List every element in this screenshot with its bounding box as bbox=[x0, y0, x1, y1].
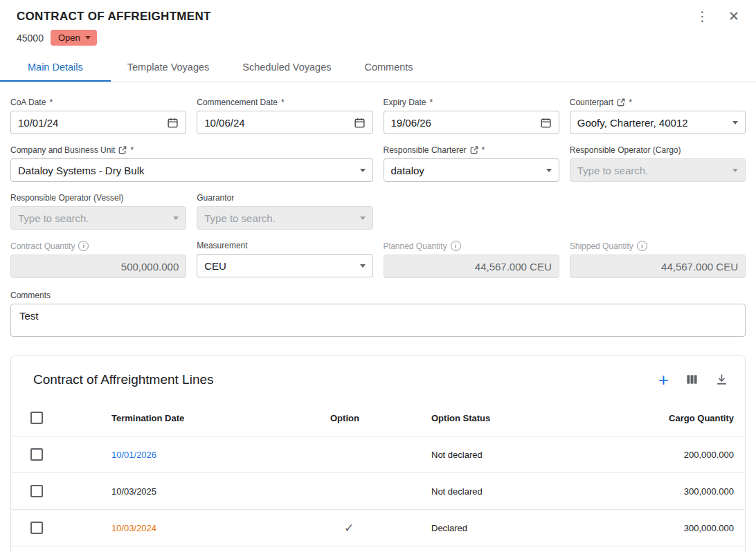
company-business-unit-field: Company and Business Unit * Dataloy Syst… bbox=[10, 145, 373, 182]
required-marker: * bbox=[629, 98, 632, 107]
option-status-cell: Not declared bbox=[431, 486, 582, 497]
download-button[interactable] bbox=[715, 373, 728, 386]
tab-comments[interactable]: Comments bbox=[348, 53, 429, 82]
comments-field: Comments Test bbox=[10, 291, 746, 337]
add-line-button[interactable]: + bbox=[658, 373, 669, 387]
required-marker: * bbox=[430, 98, 433, 107]
termination-date-cell[interactable]: 10/03/2025 bbox=[111, 486, 330, 497]
commencement-date-label: Commencement Date* bbox=[197, 98, 372, 107]
counterpart-select[interactable]: Goofy, Charterer, 40012 bbox=[570, 111, 746, 134]
lines-card: Contract of Affreightment Lines + Termin… bbox=[10, 355, 746, 552]
counterpart-label: Counterpart * bbox=[570, 98, 746, 107]
contract-quantity-field: Contract Quantity i 500,000.000 bbox=[10, 241, 186, 278]
main-details-panel: CoA Date* Commencement Date* E bbox=[0, 82, 756, 552]
table-row[interactable]: 10/03/2025 Not declared 300,000.000 bbox=[11, 473, 745, 510]
table-row[interactable]: 10/01/2026 Not declared 200,000.000 bbox=[11, 436, 745, 473]
lines-card-title: Contract of Affreightment Lines bbox=[33, 372, 214, 387]
calendar-icon[interactable] bbox=[354, 117, 366, 129]
tab-main-details[interactable]: Main Details bbox=[0, 53, 111, 82]
chevron-down-icon bbox=[360, 217, 366, 220]
comments-label: Comments bbox=[10, 291, 746, 300]
required-marker: * bbox=[482, 145, 485, 155]
chevron-down-icon bbox=[732, 121, 738, 125]
row-checkbox[interactable] bbox=[30, 522, 43, 534]
measurement-select[interactable]: CEU bbox=[197, 254, 372, 277]
responsible-operator-vessel-field: Responsible Operator (Vessel) bbox=[10, 193, 186, 230]
chevron-down-icon bbox=[546, 169, 552, 172]
window-header: CONTRACT OF AFFREIGHTMENT ⋮ ✕ 45000 Open bbox=[0, 0, 756, 46]
planned-quantity-input: 44,567.000 CEU bbox=[384, 255, 559, 278]
calendar-icon[interactable] bbox=[167, 117, 179, 129]
responsible-operator-vessel-select[interactable] bbox=[10, 206, 186, 230]
responsible-operator-cargo-field: Responsible Operator (Cargo) bbox=[570, 145, 746, 182]
option-status-cell: Declared bbox=[431, 523, 582, 533]
measurement-field: Measurement CEU bbox=[197, 241, 372, 278]
responsible-operator-vessel-label: Responsible Operator (Vessel) bbox=[10, 193, 186, 203]
termination-date-link[interactable]: 10/03/2024 bbox=[111, 523, 330, 533]
termination-date-link[interactable]: 10/01/2026 bbox=[111, 450, 330, 460]
expiry-date-input[interactable] bbox=[384, 111, 559, 134]
shipped-quantity-field: Shipped Quantity i 44,567.000 CEU bbox=[570, 241, 746, 278]
external-link-icon[interactable] bbox=[470, 146, 478, 154]
required-marker: * bbox=[281, 98, 285, 107]
grid-spacer bbox=[384, 193, 746, 230]
chevron-down-icon bbox=[360, 169, 366, 172]
counterpart-field: Counterpart * Goofy, Charterer, 40012 bbox=[570, 98, 746, 134]
guarantor-label: Guarantor bbox=[197, 193, 372, 203]
chevron-down-icon bbox=[360, 264, 366, 268]
row-checkbox[interactable] bbox=[30, 448, 43, 461]
cargo-quantity-cell: 300,000.000 bbox=[582, 523, 734, 533]
responsible-charterer-select[interactable]: dataloy bbox=[384, 158, 559, 182]
tab-template-voyages[interactable]: Template Voyages bbox=[111, 53, 226, 82]
close-icon[interactable]: ✕ bbox=[728, 10, 739, 23]
chevron-down-icon bbox=[173, 217, 179, 220]
column-header-option: Option bbox=[330, 413, 431, 423]
contract-id: 45000 bbox=[17, 33, 44, 44]
company-business-unit-select[interactable]: Dataloy Systems - Dry Bulk bbox=[10, 158, 373, 182]
columns-button[interactable] bbox=[685, 373, 699, 386]
status-badge-label: Open bbox=[58, 33, 80, 43]
external-link-icon[interactable] bbox=[118, 146, 127, 154]
column-header-cargo-quantity: Cargo Quantity bbox=[582, 413, 734, 423]
responsible-charterer-field: Responsible Charterer * dataloy bbox=[384, 145, 559, 182]
guarantor-select[interactable] bbox=[197, 206, 372, 230]
chevron-down-icon bbox=[85, 36, 91, 39]
measurement-label: Measurement bbox=[197, 241, 372, 250]
select-all-checkbox[interactable] bbox=[30, 412, 43, 424]
tab-bar: Main Details Template Voyages Scheduled … bbox=[0, 53, 756, 82]
required-marker: * bbox=[130, 145, 134, 155]
kebab-menu-icon[interactable]: ⋮ bbox=[696, 10, 709, 23]
cargo-quantity-cell: 300,000.000 bbox=[582, 486, 734, 497]
contract-quantity-label: Contract Quantity i bbox=[10, 241, 186, 251]
column-header-termination-date: Termination Date bbox=[111, 413, 330, 423]
option-status-cell: Not declared bbox=[431, 450, 582, 460]
planned-quantity-field: Planned Quantity i 44,567.000 CEU bbox=[384, 241, 559, 278]
info-icon: i bbox=[451, 241, 461, 251]
row-checkbox[interactable] bbox=[30, 485, 43, 497]
planned-quantity-label: Planned Quantity i bbox=[384, 241, 559, 251]
contract-quantity-input: 500,000.000 bbox=[10, 255, 186, 278]
table-header-row: Termination Date Option Option Status Ca… bbox=[11, 400, 745, 436]
status-badge[interactable]: Open bbox=[51, 30, 97, 46]
coa-date-input[interactable] bbox=[10, 111, 186, 134]
coa-date-label: CoA Date* bbox=[10, 98, 186, 107]
company-business-unit-label: Company and Business Unit * bbox=[10, 145, 373, 155]
commencement-date-field: Commencement Date* bbox=[197, 98, 372, 134]
responsible-charterer-label: Responsible Charterer * bbox=[384, 145, 559, 155]
required-marker: * bbox=[49, 98, 53, 107]
commencement-date-input[interactable] bbox=[197, 111, 372, 134]
column-header-option-status: Option Status bbox=[431, 413, 582, 423]
shipped-quantity-label: Shipped Quantity i bbox=[570, 241, 746, 251]
responsible-operator-cargo-select[interactable] bbox=[570, 158, 746, 182]
tab-scheduled-voyages[interactable]: Scheduled Voyages bbox=[226, 53, 348, 82]
table-row[interactable]: 10/03/2024 ✓ Declared 300,000.000 bbox=[11, 510, 745, 546]
calendar-icon[interactable] bbox=[540, 117, 552, 129]
info-icon: i bbox=[637, 241, 647, 251]
option-check-icon: ✓ bbox=[330, 521, 431, 535]
guarantor-field: Guarantor bbox=[197, 193, 372, 230]
external-link-icon[interactable] bbox=[617, 98, 625, 107]
expiry-date-field: Expiry Date* bbox=[384, 98, 559, 134]
chevron-down-icon bbox=[732, 169, 738, 172]
comments-textarea[interactable]: Test bbox=[10, 304, 746, 337]
expiry-date-label: Expiry Date* bbox=[384, 98, 559, 107]
